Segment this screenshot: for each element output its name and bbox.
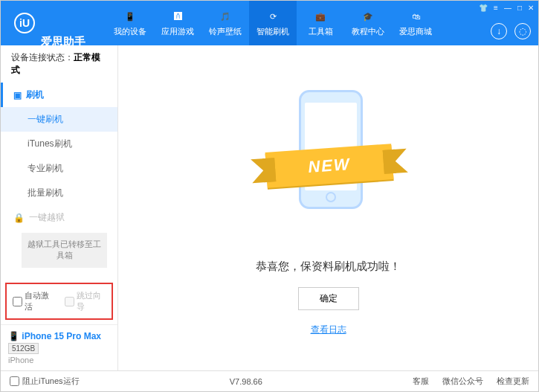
window-controls: 👕 ≡ — □ ✕ (479, 4, 534, 12)
phone-icon: 📱 (8, 331, 19, 341)
nav-icon: 📱 (123, 9, 138, 24)
sidebar-group-more[interactable]: ≡ 更多 (1, 271, 117, 278)
ok-button[interactable]: 确定 (298, 287, 359, 310)
nav-item-1[interactable]: 🅰应用游戏 (154, 1, 201, 45)
menu-icon[interactable]: ≡ (494, 4, 498, 12)
user-icon[interactable]: ◌ (514, 23, 531, 39)
nav-item-6[interactable]: 🛍爱思商城 (392, 1, 439, 45)
jailbreak-moved-notice: 越狱工具已转移至工具箱 (22, 233, 107, 268)
tshirt-icon[interactable]: 👕 (479, 4, 488, 12)
flash-icon: ▣ (13, 90, 22, 100)
sidebar-item[interactable]: 批量刷机 (1, 181, 117, 205)
main-content: NEW 恭喜您，保资料刷机成功啦！ 确定 查看日志 (118, 45, 538, 370)
footer-link[interactable]: 微信公众号 (442, 376, 483, 387)
nav-label: 我的设备 (114, 26, 146, 37)
sidebar-item[interactable]: iTunes刷机 (1, 132, 117, 156)
nav-item-4[interactable]: 💼工具箱 (297, 1, 344, 45)
main-nav: 📱我的设备🅰应用游戏🎵铃声壁纸⟳智能刷机💼工具箱🎓教程中心🛍爱思商城 (106, 1, 439, 45)
download-icon[interactable]: ↓ (491, 23, 507, 39)
sidebar-group-jailbreak: 🔒 一键越狱 (1, 205, 117, 230)
sidebar-item[interactable]: 一键刷机 (1, 107, 117, 132)
nav-label: 应用游戏 (161, 26, 194, 37)
nav-icon: 🎓 (361, 9, 375, 24)
nav-icon: 🎵 (218, 9, 233, 24)
logo: iU 爱思助手 www.i4.cn (1, 0, 99, 56)
nav-icon: ⟳ (265, 9, 280, 24)
app-url: www.i4.cn (41, 48, 85, 57)
sidebar: 设备连接状态：正常模式 ▣ 刷机 一键刷机iTunes刷机专业刷机批量刷机 🔒 … (1, 45, 118, 370)
success-message: 恭喜您，保资料刷机成功啦！ (256, 260, 401, 274)
maximize-icon[interactable]: □ (517, 4, 522, 12)
view-log-link[interactable]: 查看日志 (311, 324, 346, 336)
nav-item-0[interactable]: 📱我的设备 (106, 1, 154, 45)
nav-label: 智能刷机 (256, 26, 289, 37)
device-info[interactable]: 📱 iPhone 15 Pro Max 512GB iPhone (1, 324, 117, 370)
device-storage: 512GB (8, 343, 39, 354)
minimize-icon[interactable]: — (504, 4, 511, 12)
nav-icon: 💼 (313, 9, 328, 24)
auto-activate-checkbox[interactable]: 自动激活 (13, 290, 54, 312)
block-itunes-checkbox[interactable]: 阻止iTunes运行 (10, 376, 80, 387)
footer-link[interactable]: 检查更新 (497, 376, 529, 387)
footer-link[interactable]: 客服 (413, 376, 429, 387)
titlebar: iU 爱思助手 www.i4.cn 📱我的设备🅰应用游戏🎵铃声壁纸⟳智能刷机💼工… (1, 1, 538, 45)
nav-item-3[interactable]: ⟳智能刷机 (249, 1, 297, 45)
device-type: iPhone (8, 356, 110, 364)
footer: 阻止iTunes运行 V7.98.66 客服微信公众号检查更新 (1, 370, 538, 391)
app-window: iU 爱思助手 www.i4.cn 📱我的设备🅰应用游戏🎵铃声壁纸⟳智能刷机💼工… (0, 0, 539, 392)
nav-label: 铃声壁纸 (209, 26, 242, 37)
nav-label: 工具箱 (309, 26, 333, 37)
nav-label: 爱思商城 (399, 26, 432, 37)
success-illustration: NEW (269, 90, 388, 239)
nav-label: 教程中心 (352, 26, 384, 37)
skip-guide-checkbox[interactable]: 跳过向导 (65, 290, 106, 312)
new-ribbon: NEW (265, 144, 393, 188)
nav-item-2[interactable]: 🎵铃声壁纸 (201, 1, 249, 45)
version-label: V7.98.66 (230, 377, 262, 386)
nav-icon: 🛍 (408, 9, 423, 24)
options-highlighted: 自动激活 跳过向导 (5, 283, 113, 320)
nav-item-5[interactable]: 🎓教程中心 (344, 1, 392, 45)
nav-icon: 🅰 (170, 9, 185, 24)
sidebar-group-flash[interactable]: ▣ 刷机 (1, 83, 117, 107)
sidebar-item[interactable]: 专业刷机 (1, 156, 117, 181)
lock-icon: 🔒 (13, 213, 25, 223)
app-name: 爱思助手 (41, 0, 85, 48)
more-icon: ≡ (13, 277, 19, 278)
close-icon[interactable]: ✕ (528, 4, 534, 12)
logo-icon: iU (14, 13, 35, 33)
